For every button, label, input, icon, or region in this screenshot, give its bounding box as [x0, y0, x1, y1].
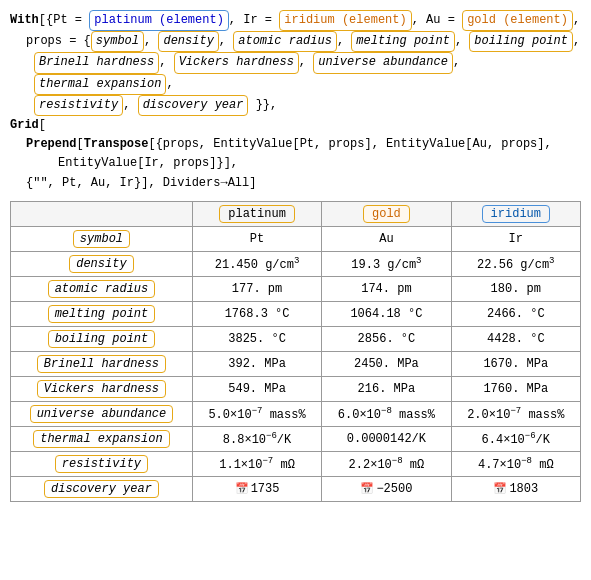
pt-brinell: 392. MPa	[192, 351, 321, 376]
label-symbol: symbol	[11, 226, 193, 251]
au-discovery-year: 📅−2500	[322, 476, 451, 501]
code-block: With[{Pt = platinum (element), Ir = irid…	[10, 10, 581, 193]
table-row: density 21.450 g/cm3 19.3 g/cm3 22.56 g/…	[11, 251, 581, 276]
au-label: Au =	[426, 13, 462, 27]
calendar-icon: 📅	[235, 482, 249, 495]
au-universe-abundance: 6.0×10−8 mass%	[322, 401, 451, 426]
ir-density: 22.56 g/cm3	[451, 251, 580, 276]
au-thermal-expansion: 0.0000142/K	[322, 426, 451, 451]
prop-atomic-radius[interactable]: atomic radius	[233, 31, 337, 52]
label-density: density	[11, 251, 193, 276]
ir-thermal-expansion: 6.4×10−6/K	[451, 426, 580, 451]
label-discovery-year: discovery year	[11, 476, 193, 501]
header-gold: gold	[322, 201, 451, 226]
label-boiling-point: boiling point	[11, 326, 193, 351]
label-atomic-radius: atomic radius	[11, 276, 193, 301]
label-brinell: Brinell hardness	[11, 351, 193, 376]
label-universe-abundance: universe abundance	[11, 401, 193, 426]
label-melting-point: melting point	[11, 301, 193, 326]
ir-label: Ir =	[243, 13, 279, 27]
pt-discovery-year: 📅1735	[192, 476, 321, 501]
label-vickers: Vickers hardness	[11, 376, 193, 401]
grid-label: Grid	[10, 118, 39, 132]
prop-density[interactable]: density	[158, 31, 218, 52]
prop-universe[interactable]: universe abundance	[313, 52, 453, 73]
header-empty	[11, 201, 193, 226]
au-tag[interactable]: gold (element)	[462, 10, 573, 31]
prop-resistivity[interactable]: resistivity	[34, 95, 123, 116]
au-vickers: 216. MPa	[322, 376, 451, 401]
table-row: Vickers hardness 549. MPa 216. MPa 1760.…	[11, 376, 581, 401]
prop-brinell[interactable]: Brinell hardness	[34, 52, 159, 73]
table-row: Brinell hardness 392. MPa 2450. MPa 1670…	[11, 351, 581, 376]
pt-symbol: Pt	[192, 226, 321, 251]
table-row: thermal expansion 8.8×10−6/K 0.0000142/K…	[11, 426, 581, 451]
table-row: discovery year 📅1735 📅−2500 📅1803	[11, 476, 581, 501]
prop-symbol[interactable]: symbol	[91, 31, 144, 52]
format-line: {"", Pt, Au, Ir}], Dividers→All]	[26, 176, 256, 190]
ir-atomic-radius: 180. pm	[451, 276, 580, 301]
with-keyword: With	[10, 13, 39, 27]
pt-label: Pt =	[53, 13, 89, 27]
pt-vickers: 549. MPa	[192, 376, 321, 401]
prop-boiling-point[interactable]: boiling point	[469, 31, 573, 52]
ir-resistivity: 4.7×10−8 mΩ	[451, 451, 580, 476]
table-row: atomic radius 177. pm 174. pm 180. pm	[11, 276, 581, 301]
header-platinum: platinum	[192, 201, 321, 226]
prop-vickers[interactable]: Vickers hardness	[174, 52, 299, 73]
ir-vickers: 1760. MPa	[451, 376, 580, 401]
table-header-row: platinum gold iridium	[11, 201, 581, 226]
table-row: universe abundance 5.0×10−7 mass% 6.0×10…	[11, 401, 581, 426]
ir-universe-abundance: 2.0×10−7 mass%	[451, 401, 580, 426]
pt-tag[interactable]: platinum (element)	[89, 10, 229, 31]
ir-boiling-point: 4428. °C	[451, 326, 580, 351]
pt-universe-abundance: 5.0×10−7 mass%	[192, 401, 321, 426]
data-table: platinum gold iridium symbol Pt Au Ir de…	[10, 201, 581, 502]
calendar-icon: 📅	[360, 482, 374, 495]
entity-ir-line: EntityValue[Ir, props]}],	[58, 156, 238, 170]
au-brinell: 2450. MPa	[322, 351, 451, 376]
pt-thermal-expansion: 8.8×10−6/K	[192, 426, 321, 451]
ir-melting-point: 2466. °C	[451, 301, 580, 326]
au-atomic-radius: 174. pm	[322, 276, 451, 301]
au-density: 19.3 g/cm3	[322, 251, 451, 276]
table-row: boiling point 3825. °C 2856. °C 4428. °C	[11, 326, 581, 351]
ir-discovery-year: 📅1803	[451, 476, 580, 501]
pt-resistivity: 1.1×10−7 mΩ	[192, 451, 321, 476]
table-row: melting point 1768.3 °C 1064.18 °C 2466.…	[11, 301, 581, 326]
table-row: symbol Pt Au Ir	[11, 226, 581, 251]
ir-symbol: Ir	[451, 226, 580, 251]
au-symbol: Au	[322, 226, 451, 251]
pt-melting-point: 1768.3 °C	[192, 301, 321, 326]
label-resistivity: resistivity	[11, 451, 193, 476]
prop-thermal[interactable]: thermal expansion	[34, 74, 166, 95]
pt-density: 21.450 g/cm3	[192, 251, 321, 276]
prop-melting-point[interactable]: melting point	[351, 31, 455, 52]
header-iridium: iridium	[451, 201, 580, 226]
au-melting-point: 1064.18 °C	[322, 301, 451, 326]
pt-atomic-radius: 177. pm	[192, 276, 321, 301]
prop-discovery[interactable]: discovery year	[138, 95, 249, 116]
ir-tag[interactable]: iridium (element)	[279, 10, 411, 31]
au-resistivity: 2.2×10−8 mΩ	[322, 451, 451, 476]
au-boiling-point: 2856. °C	[322, 326, 451, 351]
table-row: resistivity 1.1×10−7 mΩ 2.2×10−8 mΩ 4.7×…	[11, 451, 581, 476]
pt-boiling-point: 3825. °C	[192, 326, 321, 351]
calendar-icon: 📅	[493, 482, 507, 495]
props-label: props = {	[26, 34, 91, 48]
ir-brinell: 1670. MPa	[451, 351, 580, 376]
prepend-line: Prepend[Transpose[{props, EntityValue[Pt…	[26, 137, 552, 151]
label-thermal-expansion: thermal expansion	[11, 426, 193, 451]
